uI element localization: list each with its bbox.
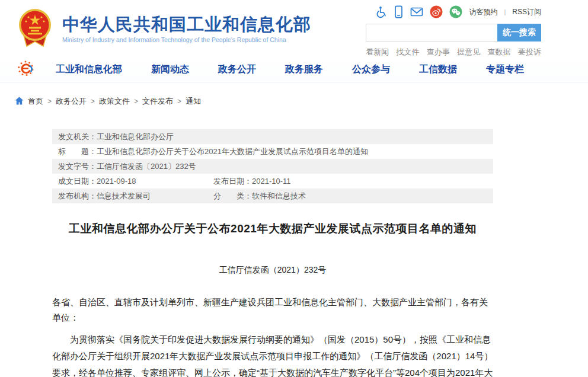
gov-e-icon [18,60,34,78]
nav-item-miit-data[interactable]: 工信数据 [419,63,457,76]
visitor-appointment-link[interactable]: 访客预约 [469,7,497,17]
nav-item-gov-services[interactable]: 政务服务 [285,63,323,76]
nav-item-public-participation[interactable]: 公众参与 [352,63,390,76]
brand-text: 中华人民共和国工业和信息化部 Ministry of Industry and … [62,15,311,43]
quick-link-services[interactable]: 查办事 [427,47,450,57]
tools-separator: | [504,8,506,15]
quick-link-documents[interactable]: 找文件 [396,47,419,57]
meta-label: 发布日期： [213,177,252,186]
meta-row-publisher-category: 发布机构：信息技术发展司分 类：软件和信息技术 [52,188,493,203]
accessibility-icon[interactable] [375,6,387,18]
breadcrumb-separator: > [134,97,138,106]
nav-item-news[interactable]: 新闻动态 [151,63,189,76]
mail-icon[interactable] [410,7,423,17]
wechat-icon[interactable] [449,5,462,18]
header-right: 访客预约 | RSS订阅 统一搜索 看新闻 找文件 查办事 提意见 查数据 要投… [366,5,541,57]
document-content: 发文机关：工业和信息化部办公厅 标 题：工业和信息化部办公厅关于公布2021年大… [52,129,493,377]
meta-value: 工业和信息化部办公厅关于公布2021年大数据产业发展试点示范项目名单的通知 [97,147,368,156]
page: 中华人民共和国工业和信息化部 Ministry of Industry and … [0,0,588,377]
meta-value: 软件和信息技术 [252,191,306,200]
breadcrumb-separator: > [47,97,52,106]
body-paragraph: 为贯彻落实《国务院关于印发促进大数据发展行动纲要的通知》（国发（2015）50号… [52,331,493,377]
rss-link[interactable]: RSS订阅 [512,7,541,17]
meta-value: 工业和信息化部办公厅 [97,132,174,141]
quick-link-complaints[interactable]: 要投诉 [518,47,541,57]
meta-label: 标 题： [58,147,97,156]
home-icon[interactable] [15,97,24,107]
quick-links: 看新闻 找文件 查办事 提意见 查数据 要投诉 [366,47,541,57]
meta-row-issuing-agency: 发文机关：工业和信息化部办公厅 [52,129,493,144]
meta-label: 发布机构： [58,191,97,200]
nav-item-miit[interactable]: 工业和信息化部 [56,63,122,76]
mobile-icon[interactable] [394,5,404,18]
site-subtitle: Ministry of Industry and Information Tec… [62,36,311,43]
meta-value: 2021-09-18 [97,177,136,186]
document-number: 工信厅信发函（2021）232号 [52,265,493,276]
nav-item-special-topics[interactable]: 专题专栏 [486,63,524,76]
breadcrumb-separator: > [91,97,95,106]
meta-value: 2021-10-11 [252,177,291,186]
breadcrumb-policy-documents[interactable]: 政策文件 [99,96,130,107]
nav-item-gov-info[interactable]: 政务公开 [218,63,256,76]
meta-label: 发文字号： [58,162,97,171]
meta-row-document-number: 发文字号：工信厅信发函〔2021〕232号 [52,159,493,174]
document-title: 工业和信息化部办公厅关于公布2021年大数据产业发展试点示范项目名单的通知 [52,221,493,237]
search-input[interactable] [366,24,497,41]
meta-label: 成文日期： [58,177,97,186]
meta-label: 分 类： [213,191,252,200]
search-bar: 统一搜索 [366,24,541,41]
meta-value: 工信厅信发函〔2021〕232号 [97,162,196,171]
meta-label: 发文机关： [58,132,97,141]
search-button[interactable]: 统一搜索 [497,24,541,41]
breadcrumb-separator: > [177,97,181,106]
main-nav: 工业和信息化部 新闻动态 政务公开 政务服务 公众参与 工信数据 专题专栏 [0,56,588,83]
meta-col-written-date: 成文日期：2021-09-18 [58,174,213,188]
brand[interactable]: 中华人民共和国工业和信息化部 Ministry of Industry and … [15,7,311,51]
meta-value: 信息技术发展司 [97,191,151,200]
meta-col-publisher: 发布机构：信息技术发展司 [58,188,213,203]
site-title: 中华人民共和国工业和信息化部 [62,15,311,34]
site-header: 中华人民共和国工业和信息化部 Ministry of Industry and … [0,0,588,56]
national-emblem-logo [15,7,55,51]
quick-link-news[interactable]: 看新闻 [366,47,389,57]
tools-row: 访客预约 | RSS订阅 [366,5,541,19]
breadcrumb-document-release[interactable]: 文件发布 [142,96,173,107]
nav-items: 工业和信息化部 新闻动态 政务公开 政务服务 公众参与 工信数据 专题专栏 [56,63,524,76]
document-meta-table: 发文机关：工业和信息化部办公厅 标 题：工业和信息化部办公厅关于公布2021年大… [52,129,493,203]
meta-col-publish-date: 发布日期：2021-10-11 [213,177,291,186]
breadcrumb-notice[interactable]: 通知 [186,96,201,107]
breadcrumb-gov-info[interactable]: 政务公开 [56,96,87,107]
salutation-paragraph: 各省、自治区、直辖市及计划单列市、新疆生产建设兵团工业和信息化主管部门、大数据产… [52,295,493,325]
breadcrumb-home[interactable]: 首页 [28,96,43,107]
weibo-icon[interactable] [430,5,443,18]
quick-link-data[interactable]: 查数据 [488,47,511,57]
meta-row-title: 标 题：工业和信息化部办公厅关于公布2021年大数据产业发展试点示范项目名单的通… [52,144,493,159]
breadcrumb: 首页 > 政务公开 > 政策文件 > 文件发布 > 通知 [15,96,588,107]
meta-row-dates: 成文日期：2021-09-18发布日期：2021-10-11 [52,174,493,188]
meta-col-category: 分 类：软件和信息技术 [213,191,306,200]
quick-link-suggestions[interactable]: 提意见 [457,47,480,57]
